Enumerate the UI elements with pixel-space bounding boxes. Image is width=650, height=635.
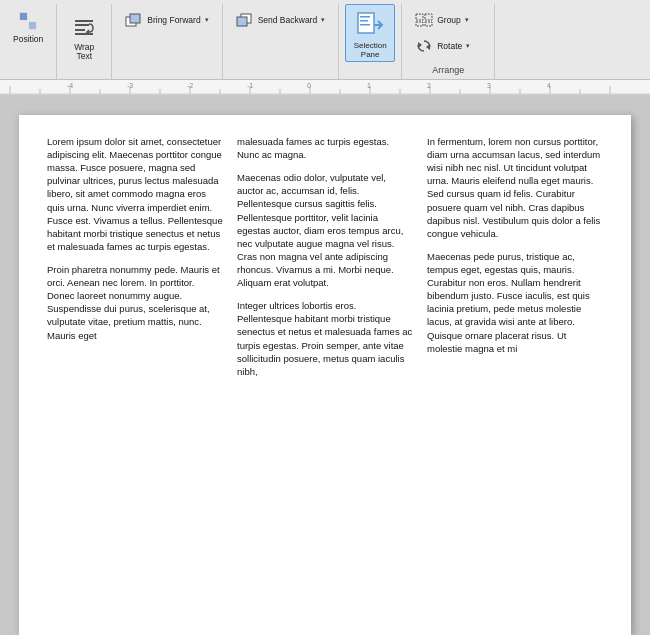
position-button[interactable]: Position xyxy=(6,8,50,47)
wrap-text-button[interactable]: WrapText xyxy=(63,8,105,65)
send-backward-icon xyxy=(236,11,254,29)
svg-text:2: 2 xyxy=(427,82,431,89)
bring-forward-button[interactable]: Bring Forward ▾ xyxy=(118,8,215,32)
paragraph: Proin pharetra nonummy pede. Mauris et o… xyxy=(47,263,223,342)
svg-rect-0 xyxy=(20,13,27,20)
bring-forward-arrow: ▾ xyxy=(205,16,209,24)
column-3: In fermentum, lorem non cursus porttitor… xyxy=(427,135,603,615)
svg-rect-4 xyxy=(75,29,85,31)
position-label: Position xyxy=(13,35,43,44)
wrap-text-icon xyxy=(68,11,100,43)
paragraph: malesuada fames ac turpis egestas. Nunc … xyxy=(237,135,413,161)
selection-pane-icon xyxy=(354,9,386,41)
svg-rect-5 xyxy=(75,33,93,35)
paragraph: Integer ultrices lobortis eros. Pellente… xyxy=(237,299,413,378)
svg-rect-7 xyxy=(130,14,140,23)
svg-text:0: 0 xyxy=(307,82,311,89)
send-backward-button[interactable]: Send Backward ▾ xyxy=(229,8,333,32)
svg-text:4: 4 xyxy=(547,82,551,89)
paragraph: Maecenas odio dolor, vulputate vel, auct… xyxy=(237,171,413,289)
arrange-label: Arrange xyxy=(432,63,464,79)
send-backward-arrow: ▾ xyxy=(321,16,325,24)
svg-rect-15 xyxy=(425,14,432,20)
svg-rect-9 xyxy=(237,17,247,26)
paragraph: Maecenas pede purus, tristique ac, tempu… xyxy=(427,250,603,355)
document-area: Lorem ipsum dolor sit amet, consectetuer… xyxy=(0,95,650,635)
group-label: Group xyxy=(437,15,461,25)
wrap-text-label: WrapText xyxy=(74,43,94,62)
position-icon xyxy=(18,11,38,31)
svg-marker-18 xyxy=(426,44,430,50)
column-2: malesuada fames ac turpis egestas. Nunc … xyxy=(237,135,413,615)
position-btn-row: Position xyxy=(6,8,50,47)
bring-forward-label: Bring Forward xyxy=(147,15,200,25)
bring-forward-icon xyxy=(125,11,143,29)
svg-rect-17 xyxy=(425,22,432,26)
svg-rect-1 xyxy=(29,22,36,29)
svg-rect-16 xyxy=(416,22,423,26)
ruler: -4-3-2-101234 xyxy=(0,80,650,95)
page: Lorem ipsum dolor sit amet, consectetuer… xyxy=(19,115,631,635)
toolbar-group-position: Position xyxy=(0,4,57,79)
ruler-svg: -4-3-2-101234 xyxy=(0,80,650,95)
toolbar-group-selection: SelectionPane xyxy=(339,4,402,79)
svg-rect-3 xyxy=(75,24,89,26)
group-icon xyxy=(415,11,433,29)
group-button[interactable]: Group ▾ xyxy=(408,8,488,32)
toolbar-group-arrange: Group ▾ Rotate ▾ Arrange xyxy=(402,4,495,79)
toolbar-group-bring: Bring Forward ▾ xyxy=(112,4,222,79)
svg-rect-11 xyxy=(360,16,370,18)
svg-text:3: 3 xyxy=(487,82,491,89)
group-arrow: ▾ xyxy=(465,16,469,24)
rotate-button[interactable]: Rotate ▾ xyxy=(408,34,488,58)
svg-rect-20 xyxy=(0,80,650,95)
paragraph: Lorem ipsum dolor sit amet, consectetuer… xyxy=(47,135,223,253)
svg-rect-2 xyxy=(75,20,93,22)
svg-text:1: 1 xyxy=(367,82,371,89)
svg-rect-14 xyxy=(416,14,423,20)
wrap-btn-row: WrapText xyxy=(63,8,105,65)
paragraph: In fermentum, lorem non cursus porttitor… xyxy=(427,135,603,240)
toolbar: Position WrapText xyxy=(0,0,650,80)
send-backward-label: Send Backward xyxy=(258,15,318,25)
svg-marker-19 xyxy=(418,42,422,48)
toolbar-group-wrap: WrapText xyxy=(57,4,112,79)
rotate-label: Rotate xyxy=(437,41,462,51)
rotate-arrow: ▾ xyxy=(466,42,470,50)
toolbar-group-send: Send Backward ▾ xyxy=(223,4,340,79)
svg-rect-12 xyxy=(360,20,368,22)
selection-pane-label: SelectionPane xyxy=(354,41,387,59)
column-1: Lorem ipsum dolor sit amet, consectetuer… xyxy=(47,135,223,615)
svg-rect-13 xyxy=(360,24,370,26)
selection-pane-button[interactable]: SelectionPane xyxy=(345,4,395,62)
rotate-icon xyxy=(415,37,433,55)
